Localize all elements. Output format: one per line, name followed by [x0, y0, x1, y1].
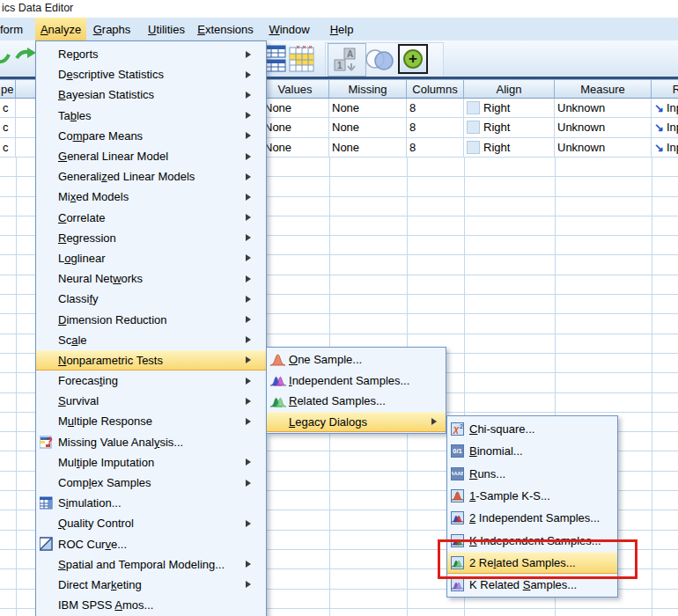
show-all-variables-icon[interactable]: + [398, 44, 428, 74]
highlight-table-icon[interactable] [289, 45, 315, 73]
column-header-align[interactable]: Align [464, 79, 555, 99]
menu-item-binomial[interactable]: 0/1Binomial... [447, 440, 617, 462]
title-bar: ics Data Editor [0, 0, 678, 18]
submenu-arrow-icon [246, 356, 251, 363]
cell-role[interactable]: ↘Input [652, 118, 678, 137]
cell-columns[interactable]: 8 [407, 118, 464, 137]
menu-item-direct-marketing[interactable]: Direct Marketing [36, 575, 266, 595]
cell-missing[interactable]: None [329, 138, 407, 158]
menu-item-mixed-models[interactable]: Mixed Models [36, 187, 266, 207]
menu-item-ibm-spss-amos[interactable]: IBM SPSS Amos... [36, 595, 266, 615]
analyze-menu: Reports Descriptive Statistics Bayesian … [35, 40, 267, 616]
menu-item-related-samples[interactable]: Related Samples... [267, 391, 446, 412]
split-file-table-icon[interactable] [263, 45, 287, 73]
menu-item-survival[interactable]: Survival [36, 391, 266, 411]
menu-item-bayesian-statistics[interactable]: Bayesian Statistics [36, 84, 266, 105]
menu-item-independent-samples[interactable]: Independent Samples... [267, 370, 446, 392]
align-right-icon [467, 141, 480, 154]
cell-align[interactable]: Right [464, 118, 555, 137]
menu-item-generalized-linear-models[interactable]: Generalized Linear Models [36, 166, 266, 187]
menubar-item-extensions[interactable]: Extensions [197, 18, 254, 40]
roc-curve-icon [40, 537, 54, 551]
menubar-item-help[interactable]: Help [327, 18, 357, 40]
menu-item-neural-networks[interactable]: Neural Networks [36, 268, 266, 289]
menubar-item-utilities[interactable]: Utilities [142, 18, 191, 40]
menu-item-runs[interactable]: AAABRuns... [447, 463, 617, 485]
menu-item-legacy-dialogs[interactable]: Legacy Dialogs [267, 412, 446, 433]
svg-text:1: 1 [337, 61, 343, 70]
value-labels-icon[interactable]: A 1 [328, 43, 366, 77]
menubar-item-transform-partial[interactable]: form [0, 18, 32, 40]
undo-icon[interactable] [0, 46, 12, 67]
svg-text:?: ? [47, 436, 53, 446]
cell-type-partial[interactable]: c [0, 138, 16, 158]
cell-columns[interactable]: 8 [407, 99, 464, 118]
menu-item-1-sample-ks[interactable]: 1-Sample K-S... [447, 485, 617, 507]
cell-role[interactable]: ↘Input [652, 138, 678, 158]
submenu-arrow-icon [246, 71, 251, 78]
window-title: ics Data Editor [2, 2, 73, 14]
cell-columns[interactable]: 8 [407, 138, 464, 158]
menu-item-complex-samples[interactable]: Complex Samples [36, 473, 266, 493]
use-variable-sets-icon[interactable] [364, 46, 395, 72]
menu-item-2-independent-samples[interactable]: 2 Independent Samples... [447, 507, 617, 529]
cell-measure[interactable]: Unknown [555, 99, 652, 118]
column-header-columns[interactable]: Columns [407, 79, 464, 99]
submenu-arrow-icon [246, 398, 251, 405]
column-header-type-partial[interactable]: pe [0, 79, 16, 99]
svg-text:A: A [347, 49, 353, 59]
menu-item-tables[interactable]: Tables [36, 106, 266, 126]
menu-item-dimension-reduction[interactable]: Dimension Reduction [36, 309, 266, 329]
submenu-arrow-icon [246, 153, 251, 160]
cell-measure[interactable]: Unknown [555, 138, 652, 158]
menu-item-loglinear[interactable]: Loglinear [36, 248, 266, 268]
cell-role[interactable]: ↘Input [652, 99, 678, 118]
cell-type-partial[interactable]: c [0, 118, 16, 137]
missing-value-analysis-icon: ? [40, 435, 54, 449]
column-header-role[interactable]: Role [652, 79, 678, 99]
submenu-arrow-icon [246, 112, 251, 119]
menu-item-scale[interactable]: Scale [36, 330, 266, 350]
cell-missing[interactable]: None [329, 99, 407, 118]
cell-values[interactable]: None [262, 118, 329, 137]
submenu-arrow-icon [246, 561, 251, 568]
menu-item-roc-curve[interactable]: ROC Curve... [36, 534, 266, 554]
menu-item-missing-value-analysis[interactable]: ?Missing Value Analysis... [36, 432, 266, 452]
cell-values[interactable]: None [262, 99, 329, 118]
menu-item-quality-control[interactable]: Quality Control [36, 513, 266, 533]
submenu-arrow-icon [246, 458, 251, 466]
menu-item-one-sample[interactable]: One Sample... [267, 349, 446, 370]
column-header-measure[interactable]: Measure [555, 79, 652, 99]
input-role-arrow-icon: ↘ [654, 101, 664, 114]
menu-item-compare-means[interactable]: Compare Means [36, 126, 266, 146]
menubar-item-graphs[interactable]: Graphs [90, 18, 134, 40]
cell-align[interactable]: Right [464, 99, 555, 118]
menu-item-nonparametric-tests[interactable]: Nonparametric Tests [36, 350, 266, 370]
cell-align[interactable]: Right [464, 138, 555, 158]
menubar-item-window[interactable]: Window [267, 18, 312, 40]
menu-item-chi-square[interactable]: χ2Chi-square... [447, 418, 617, 440]
spss-data-editor-window: ics Data Editor form Analyze Graphs Util… [0, 0, 678, 616]
menu-item-descriptive-statistics[interactable]: Descriptive Statistics [36, 64, 266, 84]
redo-icon[interactable] [15, 46, 36, 67]
menu-item-forecasting[interactable]: Forecasting [36, 370, 266, 391]
menu-item-correlate[interactable]: Correlate [36, 208, 266, 228]
menu-item-multiple-response[interactable]: Multiple Response [36, 411, 266, 431]
column-header-values[interactable]: Values [262, 79, 329, 99]
menu-item-spatial-temporal-modeling[interactable]: Spatial and Temporal Modeling... [36, 554, 266, 575]
menu-item-regression[interactable]: Regression [36, 228, 266, 248]
menu-item-general-linear-model[interactable]: General Linear Model [36, 146, 266, 166]
submenu-arrow-icon [246, 92, 251, 99]
menu-item-multiple-imputation[interactable]: Multiple Imputation [36, 452, 266, 473]
menu-item-reports[interactable]: Reports [36, 44, 266, 64]
chi-square-icon: χ2 [451, 422, 464, 436]
cell-measure[interactable]: Unknown [555, 118, 652, 137]
menubar-item-analyze[interactable]: Analyze [35, 18, 86, 40]
cell-values[interactable]: None [262, 138, 329, 158]
cell-type-partial[interactable]: c [0, 99, 16, 118]
cell-missing[interactable]: None [329, 118, 407, 137]
menu-bar: form Analyze Graphs Utilities Extensions… [0, 18, 678, 40]
menu-item-classify[interactable]: Classify [36, 289, 266, 309]
menu-item-simulation[interactable]: Simulation... [36, 493, 266, 513]
column-header-missing[interactable]: Missing [329, 79, 407, 99]
